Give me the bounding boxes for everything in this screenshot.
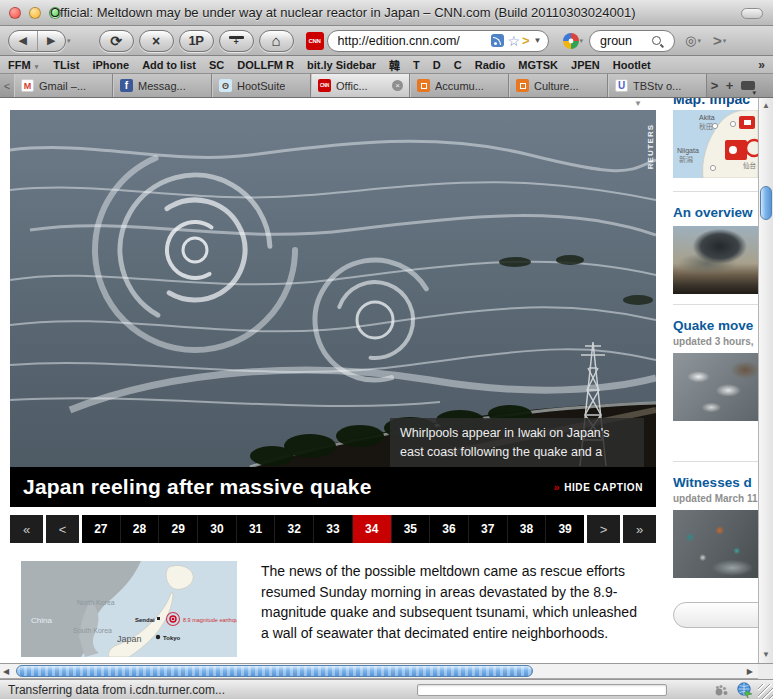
new-tab-button[interactable]: + [722, 74, 737, 97]
content-dropdown-arrow: ▼ [634, 99, 642, 108]
tab-cnn-active[interactable]: CNN Offic... × [311, 74, 410, 97]
location-bar-group: CNN http://edition.cnn.com/ ☆ > ▼ [306, 30, 549, 52]
addon-chevron-button[interactable]: > ▾ [713, 32, 728, 49]
close-tab-icon[interactable]: × [392, 80, 403, 91]
bookmark-item[interactable]: FFM ▾ [8, 59, 40, 71]
tab-gmail[interactable]: M Gmail –... [14, 74, 113, 97]
status-text: Transferring data from i.cdn.turner.com.… [8, 683, 225, 697]
bookmark-item[interactable]: D [433, 59, 441, 71]
tab-tbstv[interactable]: U TBStv o... [608, 74, 707, 97]
smoke-photo-thumbnail[interactable] [673, 226, 758, 294]
clipper-button[interactable]: + [219, 30, 254, 52]
page-button[interactable]: 27 [82, 515, 121, 543]
bookmark-item[interactable]: DOLLFM R [237, 59, 294, 71]
bookmark-item[interactable]: JPEN [571, 59, 600, 71]
history-dropdown-arrow[interactable]: ▾ [67, 37, 71, 45]
folder-dropdown-arrow: ▾ [35, 63, 39, 70]
page-button[interactable]: 38 [508, 515, 547, 543]
globe-update-icon[interactable] [737, 682, 753, 698]
dropdown-arrow: ▾ [697, 37, 701, 45]
bookmark-item[interactable]: SC [209, 59, 224, 71]
tab-scroll-left-button[interactable]: < [0, 74, 14, 97]
tab-scroll-right-button[interactable]: > [707, 74, 722, 97]
home-button[interactable]: ⌂ [259, 30, 294, 52]
scroll-up-arrow[interactable]: ▲ [759, 101, 773, 110]
horizontal-scrollbar-thumb[interactable] [16, 665, 533, 677]
bookmark-item[interactable]: iPhone [92, 59, 129, 71]
wrecked-cars-photo-thumbnail[interactable] [673, 353, 758, 421]
chevron-right-icon: > [713, 32, 722, 49]
prev-page-button[interactable]: < [46, 515, 79, 543]
rss-icon[interactable] [491, 34, 504, 47]
toolbar-toggle-button[interactable] [741, 8, 763, 19]
page-button[interactable]: 30 [198, 515, 237, 543]
paw-addon-icon[interactable] [714, 683, 729, 698]
divider [673, 304, 758, 305]
bookmark-star-icon[interactable]: ☆ [507, 34, 520, 48]
minimize-window-button[interactable] [29, 7, 41, 19]
page-button[interactable]: 33 [314, 515, 353, 543]
vertical-scrollbar-thumb[interactable] [760, 186, 772, 220]
vertical-scrollbar[interactable]: ▲ ▼ [758, 98, 773, 663]
back-button[interactable]: ◀ [9, 34, 37, 47]
search-input[interactable] [600, 34, 652, 48]
stop-button[interactable]: × [139, 30, 174, 52]
last-page-button[interactable]: » [623, 515, 656, 543]
page-button[interactable]: 29 [159, 515, 198, 543]
page-button[interactable]: 31 [237, 515, 276, 543]
next-page-button[interactable]: > [587, 515, 620, 543]
page-button[interactable]: 32 [275, 515, 314, 543]
window-resize-grip[interactable] [758, 684, 773, 699]
japan-region-map-thumbnail[interactable]: Akita 秋田 Niigata 新潟 仙台 [673, 110, 758, 178]
sidebar-link-overview[interactable]: An overview [673, 205, 758, 220]
scroll-left-arrow[interactable]: ◀ [3, 667, 9, 676]
tab-accumu[interactable]: Accumu... [410, 74, 509, 97]
close-window-button[interactable] [9, 7, 21, 19]
quake-map-thumbnail[interactable]: China North Korea South Korea Japan Send… [21, 561, 237, 657]
forward-button[interactable]: ▶ [38, 34, 66, 47]
page-button[interactable]: 36 [430, 515, 469, 543]
page-content: ▼ [0, 98, 758, 663]
sidebar-link-quake[interactable]: Quake move [673, 318, 758, 333]
google-icon[interactable] [563, 33, 579, 49]
url-field[interactable]: http://edition.cnn.com/ ☆ > ▼ [327, 30, 549, 52]
go-chevron-icon[interactable]: > [522, 33, 530, 48]
tab-messages[interactable]: f Messag... [113, 74, 212, 97]
hide-caption-button[interactable]: » HIDE CAPTION [553, 481, 643, 493]
cnn-favicon: CNN [306, 32, 324, 50]
bookmark-item[interactable]: Hootlet [613, 59, 651, 71]
search-group: ▾ [563, 30, 676, 52]
search-engine-dropdown-arrow[interactable]: ▾ [580, 37, 584, 45]
svg-text:Akita: Akita [699, 114, 715, 121]
debris-photo-thumbnail[interactable] [673, 510, 758, 578]
bookmark-item[interactable]: Add to list [142, 59, 196, 71]
reload-button[interactable]: ⟳ [99, 30, 134, 52]
addon-target-button[interactable]: ◎ ▾ [685, 33, 703, 48]
url-dropdown-arrow[interactable]: ▼ [534, 36, 542, 45]
page-button[interactable]: 39 [546, 515, 584, 543]
scroll-down-arrow[interactable]: ▼ [759, 650, 773, 659]
horizontal-scrollbar[interactable]: ◀ ▶ [0, 663, 758, 679]
tab-culture[interactable]: Culture... [509, 74, 608, 97]
bookmark-item[interactable]: Radio [475, 59, 506, 71]
sidebar-link-witnesses[interactable]: Witnesses d [673, 475, 758, 490]
bookmark-item[interactable]: 韓 [389, 57, 400, 73]
page-button-active[interactable]: 34 [353, 515, 392, 543]
page-button[interactable]: 28 [121, 515, 160, 543]
onepassword-button[interactable]: 1P [179, 30, 214, 52]
scroll-right-arrow[interactable]: ▶ [747, 667, 753, 676]
search-icon[interactable] [652, 36, 661, 45]
bookmark-item[interactable]: MGTSK [518, 59, 558, 71]
bookmarks-overflow-chevron[interactable]: » [758, 58, 765, 72]
tab-list-button[interactable] [737, 74, 759, 97]
sidebar-pill-button[interactable] [673, 602, 758, 628]
page-button[interactable]: 37 [469, 515, 508, 543]
dropdown-arrow: ▾ [723, 37, 727, 45]
bookmark-item[interactable]: C [454, 59, 462, 71]
page-button[interactable]: 35 [392, 515, 431, 543]
bookmark-item[interactable]: T [413, 59, 420, 71]
bookmark-item[interactable]: bit.ly Sidebar [307, 59, 376, 71]
first-page-button[interactable]: « [10, 515, 43, 543]
tab-hootsuite[interactable]: ʘ HootSuite [212, 74, 311, 97]
bookmark-item[interactable]: TList [53, 59, 79, 71]
